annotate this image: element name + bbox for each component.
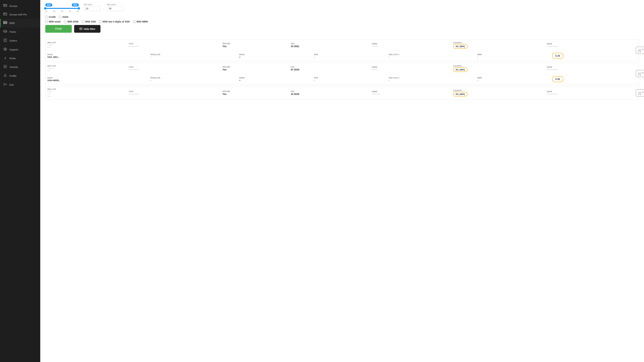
result-card-1-bottom-row: BASE USA_DEC... RESELLER - EMAIL + DOB - xyxy=(46,51,639,61)
header-email-2: EMAIL xyxy=(239,77,310,79)
header-type-3: TYPE xyxy=(129,90,218,92)
with-email-checkbox-label[interactable]: With email xyxy=(45,20,60,23)
cell-base-2: BASE USA+WOR... xyxy=(46,76,148,83)
cell-email-2: EMAIL + xyxy=(237,76,312,83)
add-to-cart-button-2[interactable]: 🛒+ xyxy=(636,70,644,77)
debit-checkbox-label[interactable]: Debit xyxy=(59,16,68,18)
sidebar-item-packs[interactable]: Packs xyxy=(0,27,40,36)
svg-text:•••: ••• xyxy=(6,13,7,14)
rules-icon: i xyxy=(3,56,7,60)
val-refund-3: Yes xyxy=(222,93,287,96)
cell-ssnlast4-2: SSN LAST 4 - xyxy=(386,76,476,83)
with-last4-checkbox[interactable] xyxy=(99,20,102,23)
result-card-2-top-row: BIN & ZIP •••••••• TYPE •••••••••• REFUN… xyxy=(46,63,639,74)
min-price-field[interactable] xyxy=(84,6,100,11)
header-ssnlast4-2: SSN LAST 4 xyxy=(388,77,474,79)
header-refund-3: REFUND xyxy=(222,90,287,92)
country-badge-1: ISL (MIX) xyxy=(453,44,468,48)
with-dob-checkbox-label[interactable]: With DOB xyxy=(64,20,78,23)
sidebar-item-rules-label: Rules xyxy=(10,57,16,60)
sidebar-item-cvv-label: CVV xyxy=(10,22,14,24)
sidebar-item-dumps-with-pin[interactable]: ••• Dumps with Pin xyxy=(0,10,40,19)
price-range-container: $20 $50 20 28 35 43 50 xyxy=(45,3,639,12)
header-country-3: COUNTRY ... xyxy=(453,90,543,92)
svg-point-24 xyxy=(79,28,82,30)
with-email-label: With email xyxy=(49,20,60,23)
val-exp-1: 10 2021 xyxy=(291,45,368,48)
result-card-1-top-row: BIN & ZIP •••••••• TYPE •••••••••• REFUN… xyxy=(46,40,639,51)
credit-checkbox-label[interactable]: Credit xyxy=(45,16,56,18)
slider-thumb-max[interactable] xyxy=(78,7,80,10)
sidebar-item-cvv[interactable]: CVV CVV xyxy=(0,19,40,27)
header-bank-1: BANK xyxy=(547,43,637,45)
cell-refund-2: REFUND Yes xyxy=(220,64,289,72)
sidebar-item-dumps[interactable]: Dumps xyxy=(0,2,40,10)
find-button[interactable]: Find xyxy=(45,25,72,33)
header-bank-3: BANK xyxy=(547,90,637,92)
svg-text:CVV: CVV xyxy=(4,22,6,24)
val-bank-3: ••••••••••• xyxy=(547,93,637,95)
with-ssn-checkbox[interactable] xyxy=(82,20,84,23)
svg-point-16 xyxy=(5,48,6,50)
sidebar-item-profile[interactable]: Profile xyxy=(0,72,40,80)
cell-country-2: COUNTRY ... ISL (MIX) xyxy=(451,64,545,72)
packs-icon xyxy=(3,30,7,34)
val-bank-1: ••••••••••• xyxy=(547,45,637,48)
val-base-2: USA+WOR... xyxy=(48,79,146,82)
cart-plus-icon-2: 🛒+ xyxy=(638,72,644,76)
with-ssn-checkbox-label[interactable]: With SSN xyxy=(82,20,96,23)
with-last4-checkbox-label[interactable]: With last 4 digits of SSN xyxy=(99,20,130,23)
cell-refund-3: REFUND Yes xyxy=(220,88,289,98)
cell-price-2: $ 50 xyxy=(550,76,639,83)
slider-thumb-min[interactable] xyxy=(44,7,46,10)
add-to-cart-button-3[interactable]: 🛒+ xyxy=(636,89,644,96)
header-country-1: COUNTRY ... xyxy=(453,42,543,44)
tutorial-icon xyxy=(3,65,7,69)
cell-bin-2: BIN & ZIP •••••••• xyxy=(46,64,126,72)
with-email-checkbox[interactable] xyxy=(45,20,48,23)
cell-bank-1: BANK ••••••••••• xyxy=(545,41,639,49)
dumps-icon xyxy=(3,4,7,8)
val-name-1: •••••• xyxy=(372,45,449,48)
header-exp-1: EXP xyxy=(291,42,368,44)
with-mmn-checkbox[interactable] xyxy=(133,20,136,23)
country-badge-2: ISL (MIX) xyxy=(453,68,468,72)
val-type-1: •••••••••• xyxy=(129,45,218,48)
credit-checkbox[interactable] xyxy=(45,16,48,18)
hide-filter-button[interactable]: Hide filter xyxy=(74,25,100,33)
with-mmn-checkbox-label[interactable]: With MMN xyxy=(133,20,148,23)
extra-filter-checkboxes: With email With DOB With SSN With last 4… xyxy=(45,20,639,23)
country-badge-3: ISL (MIX) xyxy=(453,92,468,96)
sidebar-item-tutorial[interactable]: Tutorial xyxy=(0,62,40,72)
price-separator: - xyxy=(102,7,105,11)
debit-checkbox[interactable] xyxy=(59,16,62,18)
exit-icon xyxy=(3,83,7,87)
sidebar-item-exit-label: Exit xyxy=(10,83,14,86)
cell-exp-1: EXP 10 2021 xyxy=(289,41,370,49)
max-price-field[interactable] xyxy=(107,6,124,11)
val-country-3: ISL (MIX) xyxy=(453,92,543,96)
sidebar-item-support[interactable]: Support xyxy=(0,45,40,54)
result-card-wrapper-3: BIN & ZIP ••••••••••• TYPE •••••••••• RE… xyxy=(45,86,639,100)
price-badge-1: $ 25 xyxy=(552,53,563,59)
header-name-1: NAME xyxy=(372,43,449,45)
max-price-bubble: $50 xyxy=(72,3,79,6)
sidebar-item-orders[interactable]: Orders xyxy=(0,36,40,45)
val-email-1: + xyxy=(239,56,310,58)
sidebar-item-rules[interactable]: i Rules xyxy=(0,54,40,62)
add-to-cart-button-1[interactable]: 🛒+ xyxy=(636,46,644,54)
header-exp-2: EXP xyxy=(291,66,368,68)
with-last4-label: With last 4 digits of SSN xyxy=(103,20,130,23)
sidebar-item-exit[interactable]: Exit xyxy=(0,80,40,89)
svg-point-22 xyxy=(4,74,6,76)
val-mmn-2: - xyxy=(477,79,548,82)
max-price-input-group: Max price xyxy=(107,3,124,11)
with-dob-checkbox[interactable] xyxy=(64,20,66,23)
filter-section: $20 $50 20 28 35 43 50 xyxy=(45,3,639,40)
price-slider-track[interactable] xyxy=(45,8,79,9)
tick-4: 43 xyxy=(69,10,71,12)
header-bin-1: BIN & ZIP xyxy=(48,42,124,44)
header-ssnlast4-1: SSN LAST 4 xyxy=(388,54,474,56)
tick-5: 50 xyxy=(77,10,79,12)
cell-country-1: COUNTRY ... ISL (MIX) xyxy=(451,41,545,49)
